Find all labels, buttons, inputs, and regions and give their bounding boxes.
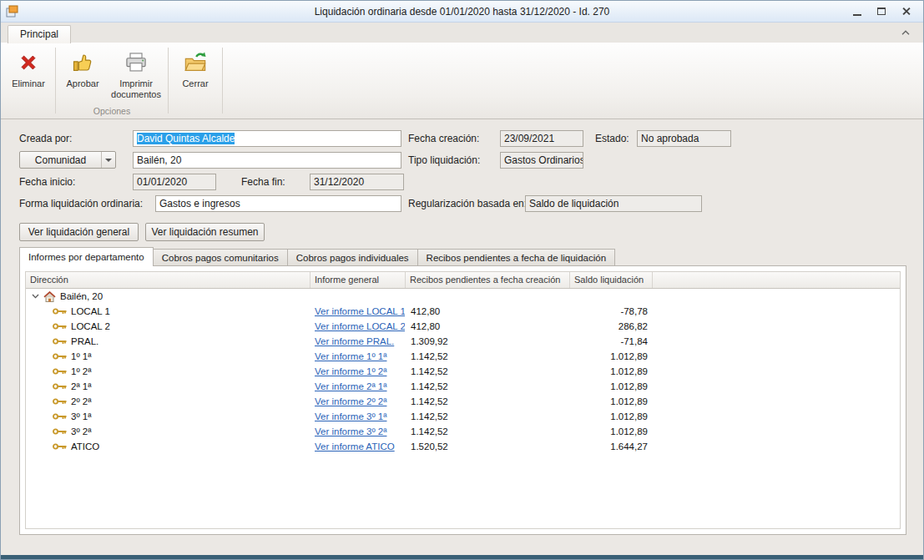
ver-informe-link[interactable]: Ver informe 1º 1ª <box>315 351 386 361</box>
regularizacion-field[interactable]: Saldo de liquidación <box>525 195 702 212</box>
close-button[interactable] <box>895 4 916 19</box>
table-row[interactable]: LOCAL 1 Ver informe LOCAL 1 412,80 -78,7… <box>26 304 900 319</box>
forma-liquidacion-field[interactable]: Gastos e ingresos <box>155 195 401 212</box>
recibos-value: 1.142,52 <box>406 381 570 391</box>
aprobar-label: Aprobar <box>66 78 98 89</box>
tipo-liquidacion-field[interactable]: Gastos Ordinarios <box>500 152 583 169</box>
ver-liquidacion-general-button[interactable]: Ver liquidación general <box>19 223 139 241</box>
eliminar-label: Eliminar <box>12 78 45 89</box>
comunidad-button-label: Comunidad <box>20 154 101 166</box>
key-icon <box>53 412 67 421</box>
forma-liquidacion-label: Forma liquidación ordinaria: <box>19 195 143 212</box>
table-row[interactable]: 3º 2ª Ver informe 3º 2ª 1.142,52 1.012,8… <box>26 424 900 439</box>
column-saldo-liquidacion[interactable]: Saldo liquidación <box>570 272 653 288</box>
ver-informe-link[interactable]: Ver informe LOCAL 2 <box>315 321 406 331</box>
saldo-value: 1.644,27 <box>570 441 653 452</box>
detail-panel: Dirección Informe general Recibos pendie… <box>19 265 906 535</box>
imprimir-documentos-button[interactable]: Imprimir documentos <box>107 44 165 106</box>
fecha-fin-field[interactable]: 31/12/2020 <box>310 174 404 190</box>
department-label: 2º 2ª <box>71 396 91 406</box>
table-row[interactable]: ATICO Ver informe ATICO 1.520,52 1.644,2… <box>26 439 900 454</box>
header-filler <box>653 272 900 288</box>
group-label-empty <box>171 106 220 119</box>
key-icon <box>53 307 67 315</box>
recibos-value: 412,80 <box>406 321 570 331</box>
key-icon <box>53 397 67 406</box>
aprobar-button[interactable]: Aprobar <box>58 44 107 106</box>
regularizacion-label: Regularización basada en: <box>408 195 527 212</box>
table-row[interactable]: 3º 1ª Ver informe 3º 1ª 1.142,52 1.012,8… <box>26 409 900 424</box>
comunidad-dropdown[interactable] <box>101 152 115 168</box>
column-recibos-pendientes[interactable]: Recibos pendientes a fecha creación <box>406 272 570 288</box>
recibos-value: 412,80 <box>406 306 570 316</box>
creada-por-label: Creada por: <box>19 130 72 147</box>
app-icon <box>6 5 18 18</box>
saldo-value: 1.012,89 <box>570 366 653 376</box>
close-folder-icon <box>184 49 207 76</box>
table-row[interactable]: 2ª 1ª Ver informe 2ª 1ª 1.142,52 1.012,8… <box>26 379 900 394</box>
column-direccion[interactable]: Dirección <box>26 272 311 288</box>
ribbon-group-opciones: Aprobar Imprimir documentos Opciones <box>58 44 165 119</box>
ribbon-collapse-button[interactable] <box>896 27 915 39</box>
tab-informes-por-departamento[interactable]: Informes por departamento <box>19 247 154 266</box>
cerrar-button[interactable]: Cerrar <box>171 44 220 106</box>
opciones-group-label: Opciones <box>58 106 165 119</box>
department-label: LOCAL 1 <box>71 306 110 316</box>
close-icon <box>901 7 911 16</box>
window-bottom-border <box>1 555 923 559</box>
creada-por-field[interactable]: David Quintas Alcalde <box>133 130 401 147</box>
fecha-fin-label: Fecha fin: <box>241 174 285 190</box>
table-row[interactable]: PRAL. Ver informe PRAL. 1.309,92 -71,84 <box>26 334 900 349</box>
tab-cobros-pagos-individuales[interactable]: Cobros pagos individuales <box>287 249 418 266</box>
window-title: Liquidación ordinaria desde 01/01/2020 h… <box>1 6 923 18</box>
tipo-liquidacion-label: Tipo liquidación: <box>408 152 480 169</box>
ver-informe-link[interactable]: Ver informe 1º 2ª <box>315 366 386 376</box>
eliminar-button[interactable]: Eliminar <box>4 44 53 106</box>
saldo-value: -71,84 <box>570 336 653 346</box>
ver-informe-link[interactable]: Ver informe PRAL. <box>315 336 394 346</box>
ribbon-group-eliminar: Eliminar <box>4 44 53 119</box>
comunidad-field[interactable]: Bailén, 20 <box>133 152 401 169</box>
recibos-value: 1.142,52 <box>406 396 570 406</box>
estado-field[interactable]: No aprobada <box>637 130 731 147</box>
group-row[interactable]: Bailén, 20 <box>26 289 900 304</box>
key-icon <box>53 322 67 330</box>
window-controls <box>844 4 916 19</box>
cerrar-label: Cerrar <box>182 78 208 89</box>
minimize-button[interactable] <box>846 4 868 19</box>
ver-informe-link[interactable]: Ver informe LOCAL 1 <box>315 306 406 316</box>
table-row[interactable]: LOCAL 2 Ver informe LOCAL 2 412,80 286,8… <box>26 319 900 334</box>
ver-liquidacion-resumen-button[interactable]: Ver liquidación resumen <box>145 223 265 241</box>
ver-informe-link[interactable]: Ver informe 3º 2ª <box>315 426 386 436</box>
saldo-value: -78,78 <box>570 306 653 316</box>
ver-informe-link[interactable]: Ver informe ATICO <box>315 441 395 452</box>
grid-header: Dirección Informe general Recibos pendie… <box>26 272 900 289</box>
fecha-inicio-field[interactable]: 01/01/2020 <box>133 174 216 190</box>
group-label: Bailén, 20 <box>60 291 103 301</box>
fecha-creacion-field[interactable]: 23/09/2021 <box>500 130 583 147</box>
ribbon-separator <box>222 48 223 114</box>
group-label-empty <box>4 106 53 119</box>
table-row[interactable]: 1º 1ª Ver informe 1º 1ª 1.142,52 1.012,8… <box>26 349 900 364</box>
ver-informe-link[interactable]: Ver informe 3º 1ª <box>315 411 386 421</box>
recibos-value: 1.520,52 <box>406 441 570 452</box>
delete-icon <box>17 49 40 76</box>
restore-button[interactable] <box>871 4 892 19</box>
saldo-value: 1.012,89 <box>570 351 653 361</box>
department-label: LOCAL 2 <box>71 321 110 331</box>
department-label: 3º 1ª <box>71 411 91 421</box>
key-icon <box>53 367 67 376</box>
column-informe-general[interactable]: Informe general <box>311 272 406 288</box>
tab-principal[interactable]: Principal <box>8 25 71 43</box>
ver-informe-link[interactable]: Ver informe 2ª 1ª <box>315 381 387 391</box>
table-row[interactable]: 1º 2ª Ver informe 1º 2ª 1.142,52 1.012,8… <box>26 364 900 379</box>
expand-chevron-icon[interactable] <box>32 294 39 299</box>
table-row[interactable]: 2º 2ª Ver informe 2º 2ª 1.142,52 1.012,8… <box>26 394 900 409</box>
ver-informe-link[interactable]: Ver informe 2º 2ª <box>315 396 386 406</box>
tab-recibos-pendientes[interactable]: Recibos pendientes a fecha de liquidació… <box>417 249 615 266</box>
comunidad-button[interactable]: Comunidad <box>19 151 116 169</box>
printer-icon <box>124 49 148 76</box>
tab-cobros-pagos-comunitarios[interactable]: Cobros pagos comunitarios <box>153 249 288 266</box>
estado-label: Estado: <box>595 130 629 147</box>
ribbon-separator <box>168 48 169 114</box>
